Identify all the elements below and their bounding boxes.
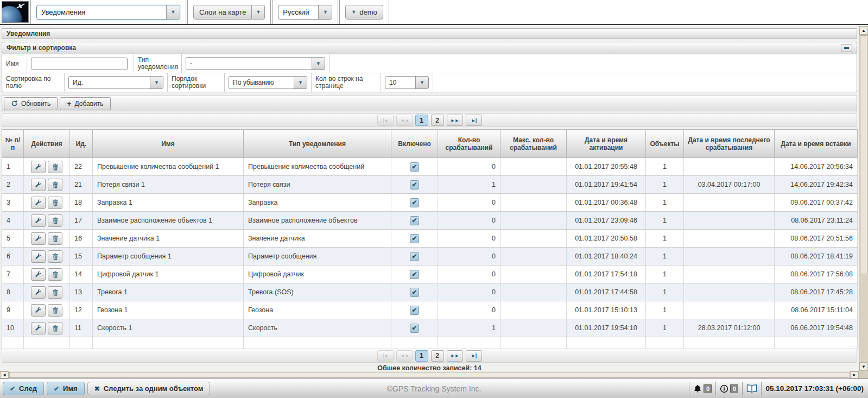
delete-button[interactable] [48, 197, 62, 209]
name-filter-input[interactable] [31, 58, 128, 70]
horizontal-scrollbar[interactable]: ◄ ► [0, 371, 859, 378]
empty-cell [500, 337, 567, 349]
table-row: 912Геозона 1Геозона✔001.01.2017 15:10:13… [2, 301, 858, 319]
edit-button[interactable] [31, 268, 46, 281]
trash-icon [52, 235, 59, 242]
scroll-left-icon[interactable]: ◄ [0, 371, 9, 378]
map-layers-dropdown-button[interactable]: ▼ [252, 5, 265, 20]
user-group: ▼ demo [339, 0, 389, 24]
delete-button[interactable] [48, 161, 62, 173]
module-select[interactable]: Уведомления ▼ [36, 5, 180, 20]
delete-button[interactable] [48, 322, 62, 334]
trash-icon [52, 199, 59, 206]
scroll-right-icon[interactable]: ► [850, 371, 859, 378]
map-layers-button[interactable]: Слои на карте [193, 5, 252, 20]
enabled-checkbox[interactable]: ✔ [410, 198, 419, 207]
edit-button[interactable] [31, 161, 46, 173]
chevron-down-icon[interactable]: ▼ [318, 5, 332, 19]
cell-num: 9 [2, 301, 24, 319]
enabled-checkbox[interactable]: ✔ [410, 180, 419, 189]
first-page-button[interactable]: |◄ [377, 350, 394, 362]
edit-button[interactable] [31, 322, 46, 334]
column-header-10: Объекты [646, 130, 684, 158]
single-object-toggle-button[interactable]: ✖ Следить за одним объектом [87, 382, 211, 395]
edit-button[interactable] [31, 286, 46, 299]
page-button-1[interactable]: 1 [415, 350, 428, 362]
enabled-checkbox[interactable]: ✔ [410, 252, 419, 261]
last-page-button[interactable]: ►| [466, 115, 482, 126]
delete-button[interactable] [48, 286, 62, 299]
horizontal-scrollbar-thumb[interactable] [9, 372, 850, 378]
delete-button[interactable] [48, 214, 62, 227]
cell-inserted: 14.06.2017 19:42:34 [775, 176, 858, 194]
delete-button[interactable] [48, 250, 62, 263]
info-icon[interactable] [720, 384, 728, 393]
edit-button[interactable] [31, 304, 46, 317]
edit-button[interactable] [31, 179, 46, 191]
bell-icon[interactable] [693, 384, 702, 393]
first-page-button[interactable]: |◄ [377, 115, 394, 126]
page-button-2[interactable]: 2 [431, 350, 444, 362]
table-row: 122Превышение количества сообщений 1Прев… [2, 158, 858, 176]
map-layers-label: Слои на карте [199, 8, 246, 16]
rows-per-page-select[interactable]: 10 ▼ [385, 76, 429, 89]
sort-order-select[interactable]: По убыванию ▼ [229, 76, 307, 89]
cell-max [500, 266, 567, 283]
module-select-value: Уведомления [37, 5, 166, 19]
enabled-checkbox[interactable]: ✔ [410, 270, 419, 279]
collapse-button[interactable] [841, 44, 852, 52]
track-toggle-button[interactable]: ✔ След [3, 382, 44, 395]
add-button[interactable]: + Добавить [60, 97, 110, 110]
language-select[interactable]: Русский ▼ [278, 5, 332, 20]
chevron-down-icon[interactable]: ▼ [150, 77, 163, 89]
cell-id: 16 [70, 230, 93, 248]
cell-id: 17 [70, 212, 93, 230]
refresh-button[interactable]: Обновить [4, 97, 58, 110]
chevron-down-icon[interactable]: ▼ [415, 77, 428, 89]
enabled-checkbox[interactable]: ✔ [410, 216, 419, 225]
prev-page-button[interactable]: ◄◄ [396, 115, 413, 126]
edit-button[interactable] [31, 214, 46, 227]
chevron-down-icon[interactable]: ▼ [166, 5, 180, 19]
vertical-scrollbar[interactable]: ▲ ▼ [859, 26, 868, 371]
column-header-2: Действия [24, 130, 70, 158]
empty-cell [24, 337, 70, 349]
next-page-button[interactable]: ►► [447, 115, 463, 126]
delete-button[interactable] [48, 179, 62, 191]
minus-icon [844, 47, 849, 49]
prev-page-button[interactable]: ◄◄ [396, 350, 413, 362]
delete-button[interactable] [48, 268, 62, 281]
page-button-1[interactable]: 1 [415, 115, 428, 126]
edit-button[interactable] [31, 232, 46, 245]
enabled-checkbox[interactable]: ✔ [410, 162, 419, 172]
scroll-down-icon[interactable]: ▼ [859, 362, 868, 371]
guide-book-icon[interactable] [746, 384, 757, 393]
track-toggle-label: След [19, 384, 37, 393]
scroll-up-icon[interactable]: ▲ [859, 26, 868, 35]
page-button-2[interactable]: 2 [431, 115, 444, 126]
panel-title: Уведомления [2, 28, 857, 39]
trash-icon [52, 325, 59, 332]
cell-name: Тревога 1 [93, 283, 244, 301]
cell-name: Превышение количества сообщений 1 [93, 158, 244, 176]
enabled-checkbox[interactable]: ✔ [410, 324, 419, 333]
next-page-button[interactable]: ►► [447, 350, 463, 362]
delete-button[interactable] [48, 304, 62, 317]
last-page-button[interactable]: ►| [466, 350, 482, 362]
sort-field-select[interactable]: Ид. ▼ [68, 76, 163, 89]
type-filter-select[interactable]: - ▼ [186, 57, 325, 70]
wrench-icon [35, 199, 42, 206]
cell-num: 6 [2, 248, 24, 266]
edit-button[interactable] [31, 197, 46, 209]
edit-button[interactable] [31, 250, 46, 263]
chevron-down-icon[interactable]: ▼ [312, 58, 325, 70]
user-menu-button[interactable]: ▼ demo [345, 5, 383, 20]
vertical-scrollbar-thumb[interactable] [860, 35, 867, 274]
cell-count: 0 [438, 248, 500, 266]
enabled-checkbox[interactable]: ✔ [410, 288, 419, 297]
chevron-down-icon[interactable]: ▼ [294, 77, 307, 89]
enabled-checkbox[interactable]: ✔ [410, 234, 419, 243]
delete-button[interactable] [48, 232, 62, 245]
enabled-checkbox[interactable]: ✔ [410, 306, 419, 315]
name-toggle-button[interactable]: ✔ Имя [47, 382, 85, 395]
